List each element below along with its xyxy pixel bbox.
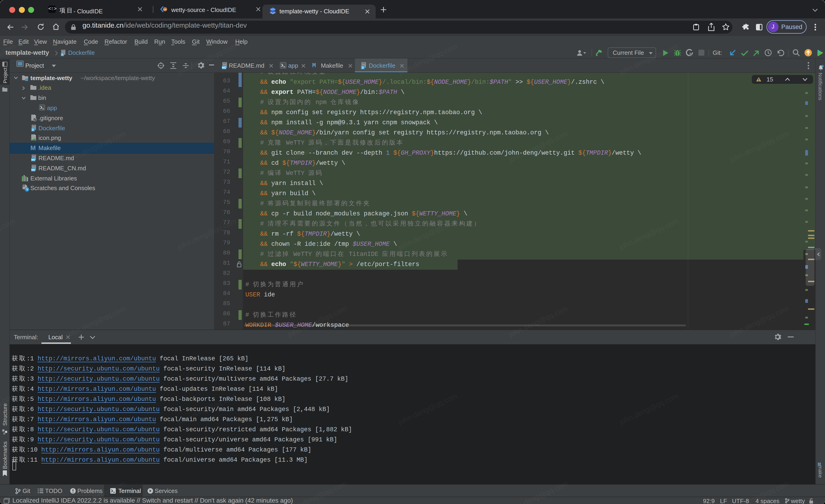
svg-text:</>: </>: [271, 8, 275, 11]
svg-text:D: D: [362, 66, 364, 69]
svg-text:MD: MD: [31, 168, 35, 171]
svg-text:D: D: [62, 53, 63, 56]
svg-text:MD: MD: [222, 66, 226, 69]
svg-text:D: D: [32, 128, 34, 131]
svg-text:MD: MD: [31, 158, 35, 161]
svg-text:us: us: [163, 8, 167, 11]
